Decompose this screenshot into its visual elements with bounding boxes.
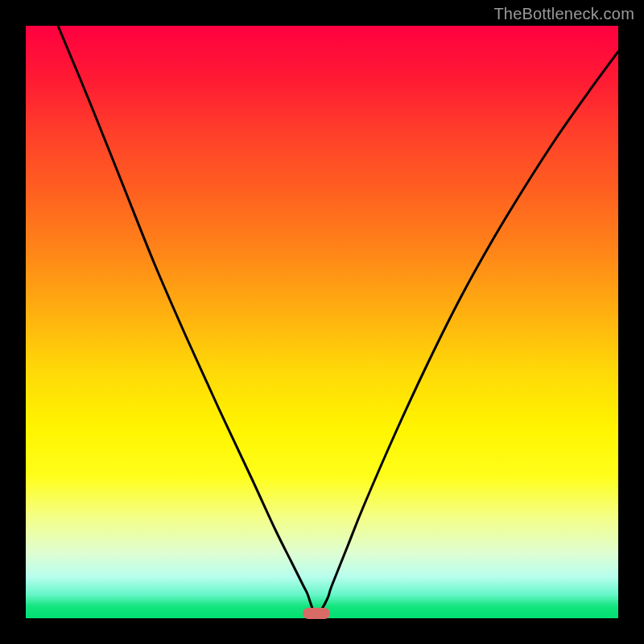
plot-area: [26, 26, 618, 618]
attribution-text: TheBottleneck.com: [493, 5, 634, 23]
chart-frame: TheBottleneck.com: [0, 0, 644, 644]
optimum-marker: [303, 608, 330, 619]
curve-svg: [26, 26, 618, 618]
bottleneck-curve: [58, 26, 618, 613]
